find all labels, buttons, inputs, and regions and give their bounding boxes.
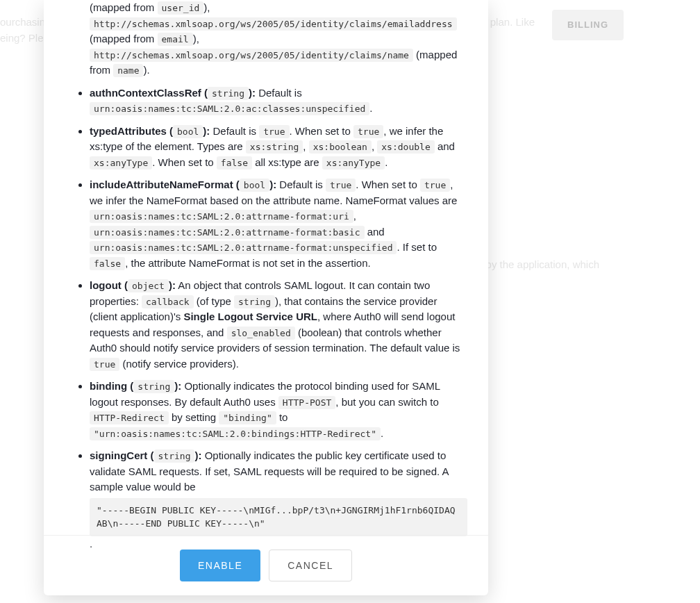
params-list: (mapped from user_id), http://schemas.xm… bbox=[65, 0, 467, 552]
backdrop-text-4: d by the application, which bbox=[477, 257, 599, 273]
code-claim-name: http://schemas.xmlsoap.org/ws/2005/05/id… bbox=[90, 49, 413, 62]
cancel-button[interactable]: CANCEL bbox=[269, 550, 352, 581]
enable-button[interactable]: ENABLE bbox=[180, 550, 260, 581]
param-authncontextclassref: authnContextClassRef (string): Default i… bbox=[90, 85, 467, 117]
param-typedattributes: typedAttributes (bool): Default is true.… bbox=[90, 124, 467, 171]
billing-button: BILLING bbox=[552, 10, 624, 40]
code-email: email bbox=[158, 33, 193, 46]
code-cert-sample: "-----BEGIN PUBLIC KEY-----\nMIGf...bpP/… bbox=[90, 498, 467, 536]
code-claim-email: http://schemas.xmlsoap.org/ws/2005/05/id… bbox=[90, 17, 457, 31]
param-mappings: (mapped from user_id), http://schemas.xm… bbox=[90, 0, 467, 79]
backdrop-text-3: e plan. Like bbox=[481, 15, 535, 31]
modal-footer: ENABLE CANCEL bbox=[44, 535, 488, 595]
modal-body: (mapped from user_id), http://schemas.xm… bbox=[44, 0, 488, 535]
code-user-id: user_id bbox=[158, 1, 204, 15]
modal-dialog: (mapped from user_id), http://schemas.xm… bbox=[44, 0, 488, 595]
param-logout: logout (object): An object that controls… bbox=[90, 278, 467, 372]
param-binding: binding (string): Optionally indicates t… bbox=[90, 379, 467, 441]
code-name: name bbox=[113, 64, 143, 77]
param-includeattributenameformat: includeAttributeNameFormat (bool): Defau… bbox=[90, 177, 467, 271]
